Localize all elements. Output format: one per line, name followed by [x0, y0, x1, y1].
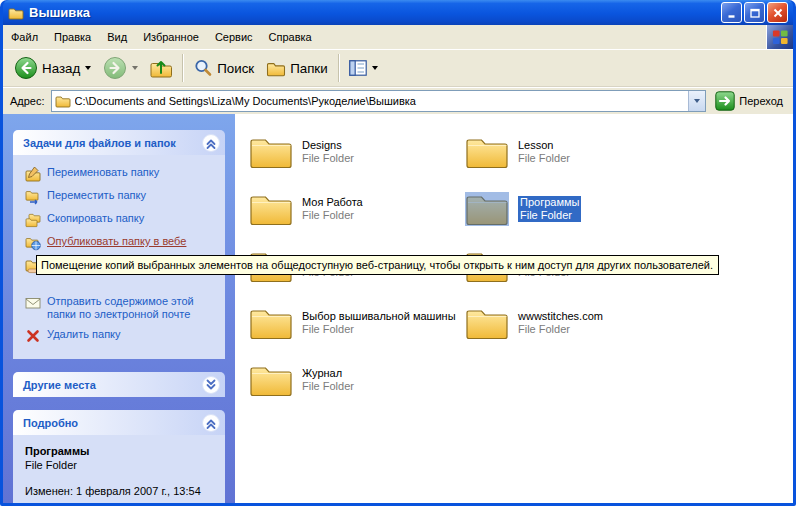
menu-edit[interactable]: Правка — [46, 25, 99, 49]
file-column-2: LessonFile Folder ПрограммыFile Folder М… — [465, 132, 683, 343]
explorer-window: Вышивка Файл Правка Вид Избранное Сервис… — [0, 0, 796, 506]
menu-favorites[interactable]: Избранное — [135, 25, 207, 49]
email-folder-icon — [25, 295, 41, 311]
file-tasks-header[interactable]: Задачи для файлов и папок — [13, 130, 225, 155]
menu-tools[interactable]: Сервис — [207, 25, 261, 49]
back-label: Назад — [42, 61, 80, 76]
up-button[interactable] — [144, 53, 178, 84]
details-folder-name: Программы — [25, 445, 217, 457]
window-folder-icon — [8, 6, 24, 20]
close-icon — [772, 7, 784, 19]
task-email-folder[interactable]: Отправить содержимое этой папки по элект… — [25, 295, 220, 321]
folders-icon — [266, 60, 286, 77]
go-icon — [715, 91, 735, 111]
views-button[interactable] — [343, 53, 384, 84]
folder-icon — [249, 135, 293, 169]
toolbar: Назад Поиск Папки — [3, 50, 793, 87]
toolbar-separator — [338, 54, 339, 82]
menu-bar: Файл Правка Вид Избранное Сервис Справка — [3, 25, 793, 50]
address-combo — [51, 90, 707, 112]
details-header[interactable]: Подробно — [13, 410, 225, 435]
views-dropdown-icon — [372, 66, 378, 70]
folder-icon — [249, 306, 293, 340]
folder-icon — [465, 135, 509, 169]
titlebar: Вышивка — [3, 0, 793, 25]
file-item-vybor-mashiny[interactable]: Выбор вышивальной машиныFile Folder — [249, 303, 467, 343]
folders-label: Папки — [290, 61, 328, 76]
section-other-places: Другие места — [13, 372, 225, 397]
expand-button[interactable] — [202, 376, 220, 394]
forward-button[interactable] — [97, 53, 144, 84]
address-bar: Адрес: Переход — [3, 87, 793, 114]
section-details: Подробно Программы File Folder Изменен: … — [13, 410, 225, 503]
tooltip: Помещение копий выбранных элементов на о… — [36, 255, 719, 275]
minimize-icon — [726, 7, 738, 19]
search-button[interactable]: Поиск — [187, 53, 260, 84]
folder-icon — [249, 192, 293, 226]
collapse-button[interactable] — [202, 414, 220, 432]
file-item-moya-rabota[interactable]: Моя РаботаFile Folder — [249, 189, 467, 229]
rename-folder-icon — [25, 166, 41, 182]
folders-button[interactable]: Папки — [260, 53, 334, 84]
section-file-tasks: Задачи для файлов и папок Переименовать … — [13, 130, 225, 359]
task-move-folder[interactable]: Переместить папку — [25, 189, 220, 205]
back-dropdown-icon — [85, 66, 91, 70]
collapse-button[interactable] — [202, 134, 220, 152]
go-label: Переход — [739, 95, 783, 107]
search-label: Поиск — [217, 61, 254, 76]
details-body: Программы File Folder Изменен: 1 февраля… — [13, 435, 225, 503]
copy-folder-icon — [25, 212, 41, 228]
task-copy-folder[interactable]: Скопировать папку — [25, 212, 220, 228]
close-button[interactable] — [767, 2, 788, 23]
search-icon — [193, 58, 213, 78]
other-places-header[interactable]: Другие места — [13, 372, 225, 397]
file-list-area: DesignsFile Folder Моя РаботаFile Folder… — [235, 114, 793, 503]
chevron-down-icon — [694, 99, 700, 103]
address-folder-icon — [55, 94, 71, 108]
toolbar-separator — [182, 54, 183, 82]
task-rename-folder[interactable]: Переименовать папку — [25, 166, 220, 182]
forward-dropdown-icon — [132, 66, 138, 70]
menu-help[interactable]: Справка — [261, 25, 320, 49]
folder-up-icon — [150, 58, 172, 78]
file-tasks-title: Задачи для файлов и папок — [23, 137, 176, 149]
minimize-button[interactable] — [721, 2, 742, 23]
task-pane: Задачи для файлов и папок Переименовать … — [3, 114, 235, 503]
file-item-designs[interactable]: DesignsFile Folder — [249, 132, 467, 172]
window-controls — [721, 2, 788, 23]
menu-file[interactable]: Файл — [3, 25, 46, 49]
maximize-button[interactable] — [744, 2, 765, 23]
menu-view[interactable]: Вид — [99, 25, 135, 49]
window-title: Вышивка — [29, 5, 716, 20]
go-button[interactable]: Переход — [712, 91, 786, 111]
back-icon — [14, 56, 38, 80]
publish-folder-icon — [25, 235, 41, 251]
selection-overlay — [465, 192, 509, 226]
views-icon — [349, 60, 367, 76]
move-folder-icon — [25, 189, 41, 205]
details-title: Подробно — [23, 417, 78, 429]
file-item-lesson[interactable]: LessonFile Folder — [465, 132, 683, 172]
windows-logo-icon — [766, 25, 793, 49]
file-item-wwwstitches[interactable]: wwwstitches.comFile Folder — [465, 303, 683, 343]
task-delete-folder[interactable]: Удалить папку — [25, 328, 220, 344]
folder-icon — [465, 306, 509, 340]
address-dropdown-button[interactable] — [688, 91, 705, 111]
forward-icon — [103, 56, 127, 80]
file-item-programmy[interactable]: ПрограммыFile Folder — [465, 189, 683, 229]
folder-icon-selected — [465, 192, 509, 226]
main-area: Задачи для файлов и папок Переименовать … — [3, 114, 793, 503]
file-item-zhurnal[interactable]: ЖурналFile Folder — [249, 360, 467, 400]
address-input[interactable] — [75, 92, 685, 110]
back-button[interactable]: Назад — [8, 53, 97, 84]
maximize-icon — [749, 7, 761, 19]
folder-icon — [249, 363, 293, 397]
address-label: Адрес: — [10, 95, 45, 107]
details-modified: Изменен: 1 февраля 2007 г., 13:54 — [25, 485, 217, 497]
details-folder-type: File Folder — [25, 459, 217, 471]
other-places-title: Другие места — [23, 379, 96, 391]
task-publish-folder[interactable]: Опубликовать папку в вебе — [25, 235, 220, 251]
delete-folder-icon — [25, 328, 41, 344]
